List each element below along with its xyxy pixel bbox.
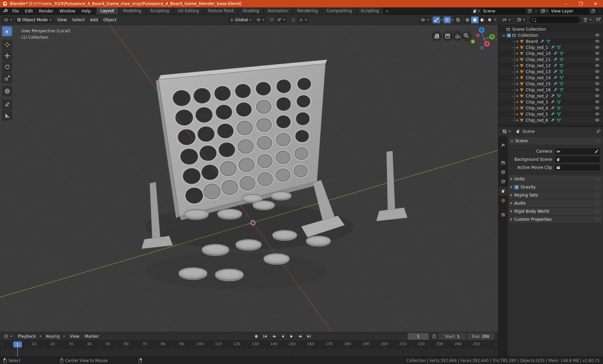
section-rigid-body-world[interactable]: Rigid Body World⠿⠿ <box>509 208 602 215</box>
unlink-scene-icon[interactable] <box>534 9 538 13</box>
tool-tab[interactable] <box>498 141 508 150</box>
shading-rendered-button[interactable] <box>486 17 493 23</box>
menu-file[interactable]: File <box>9 7 22 14</box>
expand-icon[interactable] <box>517 52 518 55</box>
tool-cursor-button[interactable] <box>2 39 12 50</box>
hide-toggle-eye-icon[interactable] <box>595 33 600 37</box>
shading-solid-button[interactable] <box>471 17 479 23</box>
outliner-search-input[interactable] <box>529 17 580 23</box>
panel-collapse-icon[interactable]: ‹ <box>495 37 497 42</box>
hide-toggle-eye-icon[interactable] <box>595 81 600 86</box>
hide-toggle-eye-icon[interactable] <box>595 87 600 92</box>
view-layer-name-field[interactable]: View Layer <box>549 8 588 14</box>
render-tab[interactable] <box>498 158 508 167</box>
collection-checkbox[interactable] <box>507 33 511 37</box>
jump-to-start-button[interactable] <box>261 333 269 340</box>
expand-icon[interactable] <box>517 77 518 79</box>
expand-icon[interactable] <box>517 58 518 61</box>
timeline-menu-view[interactable]: View <box>67 334 82 339</box>
timeline-editor-type-button[interactable] <box>2 333 14 340</box>
tool-select-box-button[interactable] <box>2 26 12 36</box>
jump-to-end-button[interactable] <box>305 333 313 340</box>
gravity-checkbox[interactable] <box>514 185 519 189</box>
snap-toggle[interactable] <box>268 17 276 23</box>
show-overlays-toggle[interactable] <box>443 17 451 23</box>
tab-compositing[interactable]: Compositing <box>322 7 356 14</box>
frame-end-field[interactable]: End:250 <box>467 333 494 340</box>
timeline-ruler[interactable]: 1 ‹ 102030405060708090100110120130140150… <box>0 340 498 349</box>
tab-rendering[interactable]: Rendering <box>293 7 322 14</box>
timeline-menu-marker[interactable]: Marker <box>82 334 101 339</box>
nav-zoom-button[interactable] <box>462 31 472 41</box>
viewport-menu-view[interactable]: View <box>55 18 69 22</box>
timeline-expand-icon[interactable]: › <box>1 342 3 346</box>
tool-annotate-button[interactable] <box>2 99 12 109</box>
section-keying-sets[interactable]: Keying Sets⠿⠿ <box>509 191 602 199</box>
outliner-row-scene-collection[interactable]: Scene Collection <box>498 26 603 32</box>
frame-start-field[interactable]: Start:1 <box>439 333 466 340</box>
new-scene-button[interactable] <box>526 8 533 14</box>
transform-orientation-dropdown[interactable]: Global <box>228 17 253 23</box>
viewport-canvas[interactable]: ZYX‹ User Perspective (Local) (1) Collec… <box>0 25 498 332</box>
tool-transform-button[interactable] <box>2 86 12 96</box>
outliner-display-mode-dropdown[interactable] <box>500 17 512 23</box>
tab-modeling[interactable]: Modeling <box>119 7 146 14</box>
new-view-layer-button[interactable] <box>590 8 596 14</box>
editor-type-button[interactable] <box>2 17 14 23</box>
scene-selector[interactable]: Scene <box>471 8 525 14</box>
expand-icon[interactable] <box>517 89 518 91</box>
view-layer-selector[interactable]: View Layer <box>540 8 588 14</box>
tab-shading[interactable]: Shading <box>238 7 263 14</box>
axis-neg-x-ball[interactable] <box>476 34 480 37</box>
field-camera[interactable] <box>555 148 600 154</box>
viewport-3d[interactable]: Object Mode ViewSelectAddObject Global <box>0 15 498 332</box>
section-audio[interactable]: Audio⠿⠿ <box>509 200 602 207</box>
axis-neg-z-ball[interactable] <box>480 46 484 50</box>
collapse-icon[interactable] <box>502 35 505 37</box>
hide-toggle-eye-icon[interactable] <box>595 45 600 50</box>
close-button[interactable]: ✕ <box>588 0 603 7</box>
expand-icon[interactable] <box>517 70 518 73</box>
ruler-collapse-icon[interactable]: ‹ <box>495 342 497 347</box>
play-button[interactable] <box>287 333 295 340</box>
axis-neg-y-ball[interactable] <box>471 40 475 43</box>
record-button[interactable] <box>252 333 260 340</box>
eyedropper-icon[interactable] <box>594 149 599 154</box>
menu-window[interactable]: Window <box>56 7 78 14</box>
scene-tab[interactable] <box>498 187 508 195</box>
section-units[interactable]: Units⠿⠿ <box>509 175 602 183</box>
current-frame-field[interactable]: 1 <box>408 333 429 340</box>
scene-name-field[interactable]: Scene <box>481 8 525 14</box>
object-visibility-dropdown[interactable] <box>419 17 431 23</box>
tool-scale-button[interactable] <box>2 73 12 83</box>
tool-measure-button[interactable] <box>2 110 12 120</box>
tool-move-button[interactable] <box>2 51 12 61</box>
outliner-row-collection[interactable]: Collection <box>498 32 603 38</box>
timeline-menu-keying[interactable]: Keying <box>44 334 62 339</box>
hide-toggle-eye-icon[interactable] <box>595 112 600 116</box>
hide-toggle-eye-icon[interactable] <box>595 69 600 74</box>
tab-uv-editing[interactable]: UV Editing <box>174 7 203 14</box>
section-scene[interactable]: Scene⠿⠿ <box>509 137 602 145</box>
hide-toggle-eye-icon[interactable] <box>595 63 600 68</box>
tab-texture-paint[interactable]: Texture Paint <box>204 7 238 14</box>
expand-icon[interactable] <box>517 119 518 122</box>
outliner-filter-dropdown[interactable] <box>515 17 527 23</box>
tool-rotate-button[interactable] <box>2 62 12 72</box>
hide-toggle-eye-icon[interactable] <box>595 118 600 122</box>
expand-icon[interactable] <box>517 101 518 103</box>
play-reverse-button[interactable] <box>279 333 287 340</box>
texture-tab[interactable] <box>498 210 508 219</box>
tab-scripting[interactable]: Scripting <box>357 7 383 14</box>
hide-toggle-eye-icon[interactable] <box>595 93 600 98</box>
hide-toggle-eye-icon[interactable] <box>595 105 600 110</box>
xray-toggle[interactable] <box>454 17 462 23</box>
proportional-edit-toggle[interactable] <box>290 17 297 23</box>
expand-icon[interactable] <box>517 107 518 110</box>
view-layer-tab[interactable] <box>498 177 508 186</box>
hide-toggle-eye-icon[interactable] <box>595 51 600 56</box>
hide-toggle-eye-icon[interactable] <box>595 39 600 43</box>
expand-icon[interactable] <box>517 83 518 85</box>
viewport-menu-object[interactable]: Object <box>100 18 119 22</box>
prev-keyframe-button[interactable] <box>270 333 278 340</box>
